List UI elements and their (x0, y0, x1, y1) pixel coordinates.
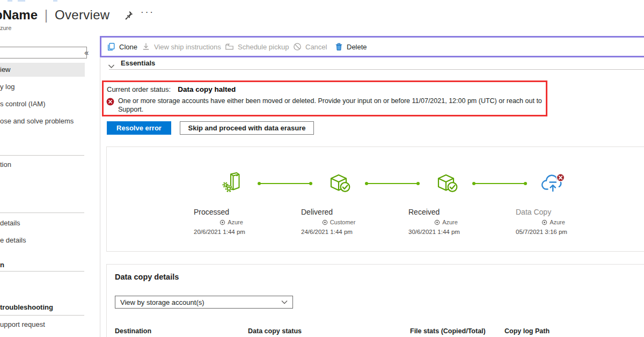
delete-button[interactable]: Delete (335, 41, 367, 52)
status-label: Current order status: (107, 85, 171, 93)
error-message-text: One or more storage accounts have either… (118, 97, 543, 114)
tracker-connector (259, 183, 311, 184)
location-icon (434, 219, 440, 225)
data-copy-details-title: Data copy details (115, 273, 179, 281)
skip-data-erasure-button[interactable]: Skip and proceed with data erasure (180, 121, 314, 135)
cancel-button[interactable]: Cancel (293, 41, 327, 52)
sidebar-item-device-details[interactable]: e details (0, 233, 85, 247)
essentials-divider (109, 69, 644, 70)
sidebar-item-diagnose[interactable]: ose and solve problems (0, 114, 85, 128)
chevron-down-icon (108, 64, 115, 69)
column-header-data-copy-status: Data copy status (248, 327, 302, 335)
prohibit-icon (293, 42, 302, 51)
stage-location: Azure (408, 219, 484, 225)
pin-button[interactable] (123, 11, 133, 23)
pin-icon (123, 11, 133, 20)
status-value: Data copy halted (178, 85, 236, 93)
databox-overview-page: bName | Overview ··· zure « iew y log s … (0, 0, 644, 337)
order-tracker-panel (106, 146, 644, 252)
chevron-down-icon (281, 300, 288, 304)
breadcrumb-fragment (53, 0, 57, 2)
order-name: bName (0, 8, 38, 23)
sidebar-divider (0, 315, 84, 316)
collapse-menu-button[interactable]: « (84, 48, 89, 57)
stage-datetime: 05/7/2021 3:16 pm (516, 229, 591, 235)
sidebar-item-order-details[interactable]: details (0, 216, 85, 230)
status-error-message: One or more storage accounts have either… (106, 97, 543, 114)
essentials-label[interactable]: Essentials (121, 59, 155, 67)
column-header-file-stats: File stats (Copied/Total) (410, 327, 486, 335)
download-icon (142, 42, 150, 51)
sidebar-search-input[interactable] (0, 47, 87, 58)
resolve-error-button[interactable]: Resolve error (107, 121, 171, 135)
sidebar-item-support-request[interactable]: upport request (0, 318, 85, 332)
stage-name-received: Received (408, 208, 484, 216)
stage-datetime: 20/6/2021 1:44 pm (194, 229, 269, 235)
sidebar-item-access-control[interactable]: s control (IAM) (0, 97, 85, 111)
stage-location: Azure (516, 219, 591, 225)
sidebar-item-activity-log[interactable]: y log (0, 80, 85, 94)
column-header-destination: Destination (115, 327, 151, 335)
error-icon (106, 98, 114, 106)
content-divider (100, 58, 100, 337)
data-copy-error-icon (540, 171, 566, 196)
stage-location: Customer (301, 219, 376, 225)
more-options-button[interactable]: ··· (141, 7, 155, 18)
processed-icon (218, 171, 244, 196)
sidebar-section-automation: n (0, 258, 85, 272)
column-header-copy-log-path: Copy log Path (504, 327, 550, 335)
stage-name-data-copy: Data Copy (516, 208, 591, 216)
location-icon (219, 219, 225, 225)
view-by-dropdown[interactable]: View by storage account(s) (115, 296, 293, 309)
sidebar-divider (0, 271, 84, 272)
trash-icon (335, 42, 343, 51)
stage-name-delivered: Delivered (301, 208, 376, 216)
schedule-pickup-button[interactable]: Schedule pickup (225, 41, 289, 52)
sidebar-divider (0, 213, 84, 213)
blade-name: Overview (55, 8, 109, 23)
received-icon (433, 171, 459, 196)
pickup-box-icon (225, 42, 234, 51)
breadcrumb-fragment (8, 0, 12, 2)
clone-icon (107, 42, 115, 51)
sidebar-section-troubleshooting: troubleshooting (0, 301, 85, 314)
current-order-status: Current order status: Data copy halted (107, 85, 236, 93)
view-by-dropdown-value: View by storage account(s) (120, 298, 204, 306)
sidebar-item-encryption[interactable]: tion (0, 158, 85, 172)
sidebar-divider (0, 155, 84, 156)
title-separator: | (45, 6, 48, 23)
delivered-icon (326, 171, 352, 196)
tracker-connector (474, 183, 525, 184)
stage-datetime: 24/6/2021 1:44 pm (301, 229, 376, 235)
stage-datetime: 30/6/2021 1:44 pm (408, 229, 484, 235)
page-title: bName | Overview (0, 8, 109, 23)
stage-name-processed: Processed (194, 208, 269, 216)
tracker-connector (367, 183, 418, 184)
breadcrumb-fragment (18, 0, 25, 2)
stage-location: Azure (194, 219, 269, 225)
page-subtitle: zure (0, 25, 11, 31)
clone-button[interactable]: Clone (107, 41, 137, 52)
view-ship-instructions-button[interactable]: View ship instructions (142, 41, 221, 52)
location-icon (322, 219, 328, 225)
location-icon (541, 219, 547, 225)
sidebar-item-overview[interactable]: iew (0, 63, 85, 77)
